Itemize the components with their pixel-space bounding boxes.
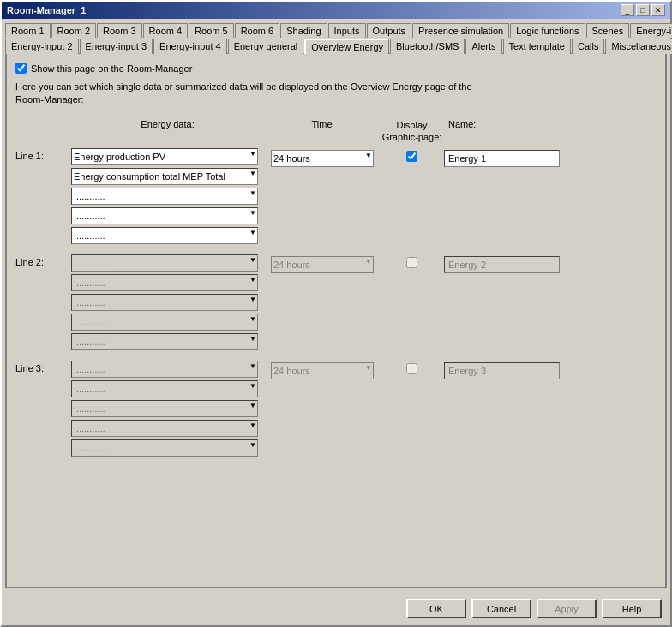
line3-select1-wrapper: ............ xyxy=(71,361,258,378)
main-window: Room-Manager_1 _ □ ✕ Room 1 Room 2 Room … xyxy=(0,0,672,627)
line3-dropdowns: ............ ............ ............ .… xyxy=(71,361,264,457)
content-area: Show this page on the Room-Manager Here … xyxy=(5,53,667,588)
line3-select2-wrapper: ............ xyxy=(71,380,258,397)
line2-checkbox-cell xyxy=(380,254,444,268)
tab-room1[interactable]: Room 1 xyxy=(5,23,51,38)
line1-select2-wrapper: Energy consumption total MEP Total xyxy=(71,168,258,185)
line3-select5-wrapper: ............ xyxy=(71,439,258,457)
line2-select4-wrapper: ............ xyxy=(71,314,258,331)
line2-select1[interactable]: ............ xyxy=(71,254,258,272)
line1-select3-wrapper: ............ xyxy=(71,188,258,205)
line2-time-select[interactable]: 24 hours xyxy=(271,256,374,273)
tab-miscellaneous[interactable]: Miscellaneous xyxy=(605,39,672,54)
line3-time-select[interactable]: 24 hours xyxy=(271,362,374,379)
line2-select4[interactable]: ............ xyxy=(71,314,258,331)
line3-select1[interactable]: ............ xyxy=(71,361,258,378)
line1-select2[interactable]: Energy consumption total MEP Total xyxy=(71,168,258,185)
tab-shading[interactable]: Shading xyxy=(280,23,327,38)
line3-checkbox-cell xyxy=(380,361,444,374)
line3-select5[interactable]: ............ xyxy=(71,439,258,457)
line1-time-col: 24 hours xyxy=(264,148,380,167)
tab-logic-functions[interactable]: Logic functions xyxy=(510,23,585,38)
header-display-graphic: DisplayGraphic-page: xyxy=(380,119,444,144)
tab-room6[interactable]: Room 6 xyxy=(235,23,280,38)
line1-select1[interactable]: Energy production PV xyxy=(71,148,258,165)
show-page-row: Show this page on the Room-Manager xyxy=(15,63,657,74)
tab-energy-input1[interactable]: Energy-input 1 xyxy=(630,23,672,38)
ok-button[interactable]: OK xyxy=(406,599,466,618)
tab-inputs[interactable]: Inputs xyxy=(328,23,366,38)
show-page-checkbox[interactable] xyxy=(15,63,27,74)
line2-name-input[interactable] xyxy=(444,256,560,273)
line2-select3-wrapper: ............ xyxy=(71,294,258,311)
line1-select4[interactable]: ............ xyxy=(71,207,258,224)
tab-bluetooth-sms[interactable]: Bluetooth/SMS xyxy=(390,39,465,54)
line1-select1-wrapper: Energy production PV xyxy=(71,148,258,165)
line2-name-cell xyxy=(444,254,573,273)
help-button[interactable]: Help xyxy=(602,599,662,618)
line2-dropdowns: ............ ............ ............ .… xyxy=(71,254,264,350)
tab-energy-general[interactable]: Energy general xyxy=(228,39,304,54)
line1-select5[interactable]: ............ xyxy=(71,227,258,244)
header-energy-data: Energy data: xyxy=(71,119,264,144)
line1-time-wrapper: 24 hours xyxy=(271,150,374,167)
line2-label: Line 2: xyxy=(15,254,71,267)
show-page-label: Show this page on the Room-Manager xyxy=(31,63,192,74)
tab-energy-input4[interactable]: Energy-input 4 xyxy=(153,39,227,54)
tab-alerts[interactable]: Alerts xyxy=(465,39,501,54)
line1-section: Line 1: Energy production PV Energy cons… xyxy=(15,148,657,244)
line1-label: Line 1: xyxy=(15,148,71,161)
tab-calls[interactable]: Calls xyxy=(572,39,604,54)
tab-room3[interactable]: Room 3 xyxy=(97,23,142,38)
line3-select3-wrapper: ............ xyxy=(71,400,258,417)
cancel-button[interactable]: Cancel xyxy=(471,599,531,618)
line2-display-checkbox[interactable] xyxy=(406,257,417,268)
header-spacer xyxy=(15,119,71,144)
apply-button[interactable]: Apply xyxy=(537,599,597,618)
tab-outputs[interactable]: Outputs xyxy=(367,23,412,38)
line1-time-select[interactable]: 24 hours xyxy=(271,150,374,167)
line2-select3[interactable]: ............ xyxy=(71,294,258,311)
tab-container-row1: Room 1 Room 2 Room 3 Room 4 Room 5 Room … xyxy=(2,19,670,37)
line3-display-checkbox[interactable] xyxy=(406,363,417,374)
tab-energy-input2[interactable]: Energy-input 2 xyxy=(5,39,79,54)
line3-select2[interactable]: ............ xyxy=(71,380,258,397)
tab-room2[interactable]: Room 2 xyxy=(51,23,97,38)
tab-energy-input3[interactable]: Energy-input 3 xyxy=(80,39,153,54)
line3-select3[interactable]: ............ xyxy=(71,400,258,417)
line3-name-input[interactable] xyxy=(444,362,560,379)
bottom-bar: OK Cancel Apply Help xyxy=(2,592,670,625)
column-headers: Energy data: Time DisplayGraphic-page: N… xyxy=(15,119,657,144)
tab-overview-energy[interactable]: Overview Energy xyxy=(304,39,389,54)
tab-container-row2: Energy-input 2 Energy-input 3 Energy-inp… xyxy=(2,37,670,53)
line3-select4[interactable]: ............ xyxy=(71,420,258,437)
line3-time-wrapper: 24 hours xyxy=(271,362,374,379)
tab-scenes[interactable]: Scenes xyxy=(586,23,630,38)
line3-label: Line 3: xyxy=(15,361,71,373)
minimize-button[interactable]: _ xyxy=(621,4,634,16)
tab-room5[interactable]: Room 5 xyxy=(189,23,234,38)
tab-room4[interactable]: Room 4 xyxy=(143,23,189,38)
line1-select3[interactable]: ............ xyxy=(71,188,258,205)
tab-row-2: Energy-input 2 Energy-input 3 Energy-inp… xyxy=(5,38,667,53)
line2-select1-wrapper: ............ xyxy=(71,254,258,272)
header-name: Name: xyxy=(444,119,573,144)
tab-text-template[interactable]: Text template xyxy=(503,39,571,54)
maximize-button[interactable]: □ xyxy=(636,4,650,16)
line2-select2[interactable]: ............ xyxy=(71,274,258,291)
tab-presence-simulation[interactable]: Presence simulation xyxy=(412,23,509,38)
close-button[interactable]: ✕ xyxy=(651,4,665,16)
line1-display-checkbox[interactable] xyxy=(406,151,417,162)
line1-dropdowns: Energy production PV Energy consumption … xyxy=(71,148,264,244)
line3-select4-wrapper: ............ xyxy=(71,420,258,437)
line1-name-cell xyxy=(444,148,573,167)
window-title: Room-Manager_1 xyxy=(7,5,86,15)
line3-section: Line 3: ............ ............ ......… xyxy=(15,361,657,457)
line3-time-col: 24 hours xyxy=(264,361,380,379)
line2-time-wrapper: 24 hours xyxy=(271,256,374,273)
line1-name-input[interactable] xyxy=(444,150,560,167)
title-controls: _ □ ✕ xyxy=(621,4,665,16)
tab-row-1: Room 1 Room 2 Room 3 Room 4 Room 5 Room … xyxy=(5,22,667,37)
description-text: Here you can set which single data or su… xyxy=(15,81,657,107)
line2-select5[interactable]: ............ xyxy=(71,333,258,350)
